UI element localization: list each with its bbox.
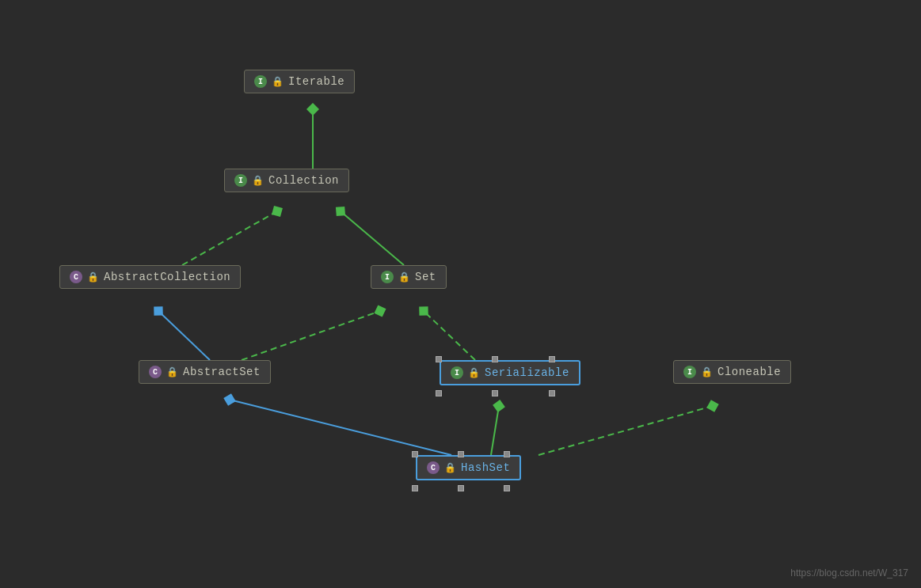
line-set-collection — [341, 211, 404, 265]
icon-cloneable: I — [683, 366, 696, 378]
label-serializable: Serializable — [485, 366, 569, 379]
icon-iterable: I — [254, 75, 267, 88]
handle-bl — [436, 390, 442, 396]
hashset-handle-br — [504, 485, 510, 491]
label-cloneable: Cloneable — [717, 366, 781, 378]
hashset-handle-bm — [458, 485, 464, 491]
line-hashset-cloneable — [539, 406, 713, 455]
lock-abstractset: 🔒 — [166, 366, 178, 378]
diagram-container: I 🔒 Iterable I 🔒 Collection C 🔒 Abstract… — [0, 0, 921, 588]
connections-svg — [0, 0, 921, 588]
label-collection: Collection — [268, 174, 339, 187]
label-abstractcollection: AbstractCollection — [104, 271, 230, 283]
lock-set: 🔒 — [398, 271, 410, 283]
line-abstractset-set — [242, 311, 380, 360]
handle-tm — [492, 356, 498, 362]
hashset-handle-bl — [412, 485, 418, 491]
node-set[interactable]: I 🔒 Set — [371, 265, 447, 289]
line-hashset-serializable — [491, 406, 499, 455]
icon-abstractcollection: C — [70, 271, 82, 283]
hashset-handle-tr — [504, 451, 510, 457]
label-abstractset: AbstractSet — [183, 366, 261, 378]
line-abstractset-abstractcollection — [158, 311, 210, 360]
node-hashset[interactable]: C 🔒 HashSet — [416, 455, 521, 480]
handle-tr — [549, 356, 555, 362]
icon-hashset: C — [427, 461, 440, 474]
lock-abstractcollection: 🔒 — [87, 271, 99, 283]
lock-iterable: 🔒 — [272, 76, 284, 88]
handle-br — [549, 390, 555, 396]
lock-hashset: 🔒 — [444, 462, 456, 474]
node-abstractset[interactable]: C 🔒 AbstractSet — [139, 360, 271, 384]
hashset-handle-tl — [412, 451, 418, 457]
handle-bm — [492, 390, 498, 396]
lock-serializable: 🔒 — [468, 367, 480, 379]
icon-serializable: I — [451, 366, 463, 379]
icon-collection: I — [234, 174, 247, 187]
node-abstractcollection[interactable]: C 🔒 AbstractCollection — [59, 265, 241, 289]
hashset-handle-tm — [458, 451, 464, 457]
handle-tl — [436, 356, 442, 362]
node-serializable[interactable]: I 🔒 Serializable — [440, 360, 580, 385]
line-abstractcollection-collection — [182, 211, 277, 265]
watermark: https://blog.csdn.net/W_317 — [790, 567, 908, 579]
lock-collection: 🔒 — [252, 175, 264, 187]
line-hashset-abstractset — [230, 400, 451, 455]
label-iterable: Iterable — [288, 75, 344, 88]
line-serializable-set — [424, 311, 475, 360]
icon-set: I — [381, 271, 394, 283]
label-hashset: HashSet — [461, 461, 510, 474]
node-cloneable[interactable]: I 🔒 Cloneable — [673, 360, 791, 384]
node-collection[interactable]: I 🔒 Collection — [224, 169, 349, 192]
label-set: Set — [415, 271, 436, 283]
icon-abstractset: C — [149, 366, 162, 378]
node-iterable[interactable]: I 🔒 Iterable — [244, 70, 355, 93]
lock-cloneable: 🔒 — [701, 366, 713, 378]
